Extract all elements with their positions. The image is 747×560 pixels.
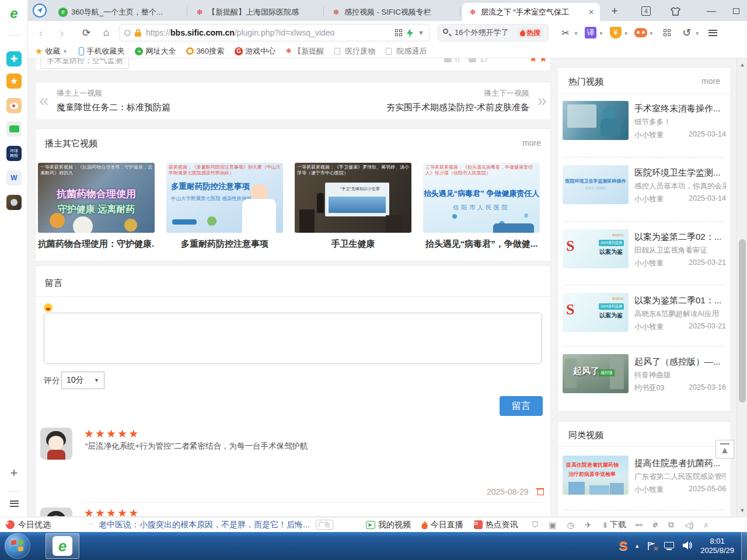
hot-video-item[interactable]: 医院环境卫生学监测采样操作 自贡市人民医院 医院环境卫生学监测... 感控人员基… bbox=[558, 165, 732, 205]
back-to-top-button[interactable]: ▲ bbox=[715, 440, 734, 459]
bookmark-medical-waste[interactable]: 医疗废物 bbox=[334, 46, 375, 57]
find-on-page-icon[interactable]: ⌕ bbox=[704, 520, 708, 530]
like-icon[interactable] bbox=[444, 58, 452, 62]
screenshot-scissors-icon[interactable]: ✂ bbox=[558, 25, 573, 40]
tab-active-laminar-flow[interactable]: ✻ 层流之下 “手术室空气保工 ✕ bbox=[462, 3, 600, 21]
video-title[interactable]: 多重耐药防控注意事项 bbox=[166, 239, 283, 250]
chevron-down-icon[interactable]: ▼ bbox=[418, 29, 424, 36]
window-split-icon[interactable]: ⧉ bbox=[668, 520, 674, 530]
next-double-chevron-icon[interactable]: » bbox=[537, 90, 547, 110]
bookmark-hospital-infection[interactable]: 院感通后 bbox=[386, 46, 427, 57]
video-thumbnail[interactable]: 一等奖获奖视频：《手卫健康》罗佳欣、蒋羽婷、汤小萍等（遂宁市中心医院） “手卫”… bbox=[295, 163, 411, 233]
word-doc-icon[interactable]: W bbox=[6, 170, 22, 186]
taskbar-clock[interactable]: 8:01 2025/8/29 bbox=[700, 537, 734, 555]
show-desktop-button[interactable] bbox=[741, 532, 747, 560]
forward-button[interactable]: › bbox=[54, 24, 70, 41]
tab-close-icon[interactable]: ✕ bbox=[588, 8, 594, 16]
apps-grid-icon[interactable] bbox=[659, 25, 675, 40]
address-bar[interactable]: https://bbs.sific.com.cn/plugin.php?id=x… bbox=[119, 24, 430, 41]
home-button[interactable]: ⌂ bbox=[98, 24, 114, 41]
hot-news-link[interactable]: 热点资讯 bbox=[486, 520, 518, 530]
proxy-link-icon[interactable]: ⚯ bbox=[636, 520, 643, 530]
health-app-icon[interactable]: ✚ bbox=[6, 51, 22, 66]
game-app-icon[interactable] bbox=[6, 195, 22, 210]
scroll-up-arrow[interactable]: ▲ bbox=[737, 62, 747, 68]
back-button[interactable]: ‹ bbox=[33, 24, 49, 41]
speed-lightning-icon[interactable] bbox=[407, 29, 413, 37]
tray-expand-arrow-icon[interactable]: ▲ bbox=[634, 543, 640, 549]
my-videos-link[interactable]: 我的视频 bbox=[378, 520, 411, 530]
prev-video-link[interactable]: 播主上一视频 魔童降世任务二：标准预防篇 bbox=[57, 88, 170, 113]
tab-sific-videos[interactable]: ✻ 感控视频 - SIFIC视频专栏 bbox=[326, 3, 458, 21]
download-icon[interactable]: ⇟ bbox=[602, 520, 609, 530]
bookmark-site-directory[interactable]: +网址大全 bbox=[135, 46, 176, 57]
theme-skin-icon[interactable] bbox=[668, 5, 683, 18]
emoji-picker-icon[interactable] bbox=[44, 303, 53, 312]
navigation-compass-icon[interactable] bbox=[33, 4, 47, 18]
hot-video-item[interactable]: 手术室终末消毒操作... 细节多多！ 小小牧童2025-03-14 bbox=[558, 101, 732, 141]
browser-360-logo-icon[interactable]: e bbox=[6, 6, 22, 21]
scroll-down-arrow[interactable]: ▼ bbox=[737, 508, 747, 513]
daily-picks-label[interactable]: 今日优选 bbox=[18, 520, 51, 530]
menu-hamburger-icon[interactable] bbox=[706, 25, 721, 40]
booster-rocket-icon[interactable]: ✈ bbox=[585, 520, 592, 530]
comment-input[interactable] bbox=[44, 313, 542, 364]
mail-icon[interactable] bbox=[6, 121, 22, 136]
mute-speaker-icon[interactable]: ◁) bbox=[685, 520, 693, 530]
reader-mode-icon[interactable] bbox=[124, 30, 131, 36]
bookmark-game-center[interactable]: G游戏中心 bbox=[235, 46, 275, 57]
video-title[interactable]: 抗菌药物合理使用：守护健康... bbox=[38, 239, 155, 250]
video-thumbnail[interactable]: 获奖视频：《多重耐药防控注意事项》孙久素（中山大学附属第七医院感染性疾病科） 多… bbox=[166, 163, 283, 233]
add-sidebar-app-icon[interactable]: + bbox=[6, 466, 22, 481]
weibo-icon[interactable] bbox=[6, 98, 22, 113]
volume-speaker-icon[interactable] bbox=[683, 541, 693, 552]
page-scrollbar[interactable]: ▲ ▼ bbox=[736, 58, 747, 517]
tab-sific-reminder[interactable]: ✻ 【新提醒】上海国际医院感 bbox=[189, 3, 321, 21]
bookmark-sific-reminder[interactable]: ✻【新提醒 bbox=[286, 46, 324, 57]
undo-recently-closed-icon[interactable]: ↺ bbox=[679, 25, 694, 40]
bookmark-360-search[interactable]: 360搜索 bbox=[186, 46, 224, 57]
video-thumbnail[interactable]: 三等奖获奖视频：《抬头遇见病毒君，争做健康责任人》张少莲（信阳市人民医院） 抬头… bbox=[423, 163, 540, 233]
news-ticker-link[interactable]: 老中医说：小腹突出的根本原因，不是胖，而是它！后悔... bbox=[99, 520, 310, 530]
hot-videos-more-link[interactable]: more bbox=[701, 76, 720, 86]
submit-comment-button[interactable]: 留言 bbox=[500, 396, 543, 416]
download-label[interactable]: 下载 bbox=[610, 520, 626, 530]
maximize-button[interactable] bbox=[728, 5, 743, 18]
bookmark-favorites[interactable]: ★收藏▼ bbox=[35, 46, 68, 57]
sidebar-list-icon[interactable] bbox=[6, 496, 22, 511]
huanqiu-app-icon[interactable]: 环球网校 bbox=[6, 146, 22, 161]
next-video-link[interactable]: 播主下一视频 夯实围手术期感染防控-术前皮肤准备 bbox=[386, 88, 529, 113]
prev-double-chevron-icon[interactable]: « bbox=[39, 90, 49, 110]
taskbar-browser-button[interactable]: e bbox=[46, 533, 79, 559]
minimize-button[interactable]: — bbox=[704, 5, 719, 18]
hot-video-item[interactable]: S ✻SIFIC 2025系列直播 以案为鉴 以案为鉴第二季02：... 田靓从… bbox=[558, 229, 732, 269]
start-button[interactable] bbox=[5, 533, 30, 559]
ssl-lock-icon[interactable] bbox=[134, 29, 142, 37]
delete-comment-icon[interactable] bbox=[536, 487, 544, 495]
video-rating-stars[interactable]: ★★★★★ bbox=[529, 58, 551, 65]
tab-list-count[interactable]: 4 bbox=[638, 5, 654, 18]
history-clock-icon[interactable]: ◷ bbox=[567, 520, 574, 530]
translate-icon[interactable]: 译 bbox=[583, 25, 598, 40]
favorites-star-icon[interactable]: ★ bbox=[6, 74, 22, 89]
display-monitor-icon[interactable] bbox=[664, 541, 676, 551]
live-link[interactable]: 今日直播 bbox=[431, 520, 463, 530]
qr-code-icon[interactable] bbox=[395, 29, 402, 36]
360-tray-icon[interactable]: S bbox=[619, 538, 628, 554]
new-tab-button[interactable]: + bbox=[607, 5, 622, 18]
video-tag[interactable]: 手术室防控；空气监测 bbox=[40, 58, 129, 69]
ie-compat-icon[interactable]: 𝒆 bbox=[653, 520, 658, 530]
rating-select[interactable]: 10分 ▼ bbox=[61, 372, 104, 389]
hot-video-item[interactable]: S ✻SIFIC 2025系列直播 以案为鉴 以案为鉴第二季01：... 高晓东… bbox=[558, 293, 732, 332]
similar-video-item[interactable]: 提高住院患者抗菌药物 治疗前病原学送检率 提高住院患者抗菌药... 广东省第二人… bbox=[558, 456, 732, 495]
scrollbar-thumb[interactable] bbox=[739, 239, 746, 402]
hot-search-badge[interactable]: 热搜 bbox=[517, 27, 543, 38]
screenshot-image-icon[interactable]: ▣ bbox=[549, 520, 556, 530]
video-title[interactable]: 手卫生健康 bbox=[295, 239, 411, 250]
wallet-shield-icon[interactable]: ¥ bbox=[608, 25, 623, 40]
bookmark-mobile-favorites[interactable]: 手机收藏夹 bbox=[79, 46, 124, 57]
network-icon[interactable]: ✕ bbox=[647, 541, 657, 551]
search-box[interactable]: 16个外甥开学了 热搜 bbox=[438, 24, 549, 41]
video-thumbnail[interactable]: 一等奖获奖视频：《抗菌药物合理使用：守护健康，远离耐药》程韵凡 抗菌药物合理使用… bbox=[38, 163, 155, 233]
tab-360-nav[interactable]: e 360导航_一个主页，整个... bbox=[53, 3, 184, 21]
